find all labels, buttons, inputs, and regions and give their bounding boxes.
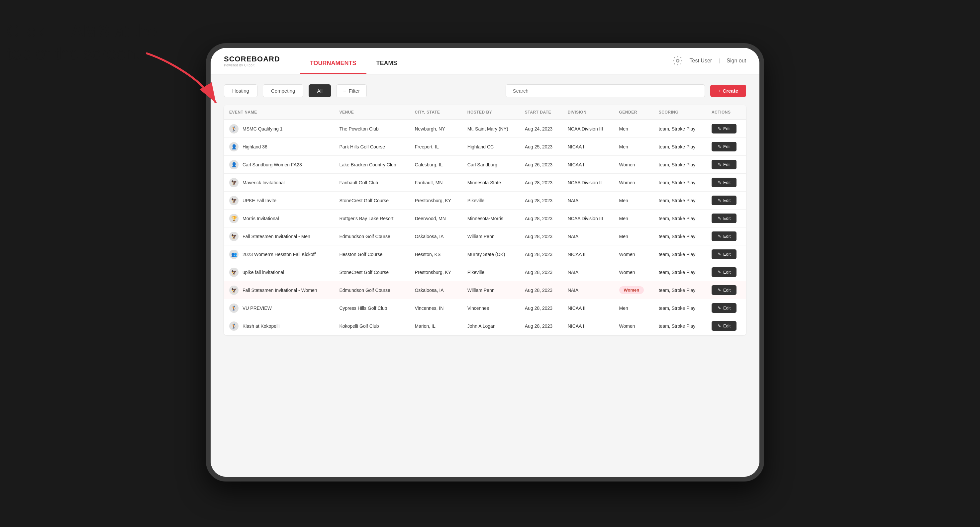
cell-city-state: Marion, IL [409,317,462,335]
col-gender: GENDER [614,105,654,119]
edit-button[interactable]: ✎ Edit [711,303,737,313]
cell-division: NICAA I [562,138,614,156]
cell-event-name: 👤 Highland 36 [224,138,334,156]
cell-event-name: 🦅 upike fall invitational [224,264,334,281]
cell-actions: ✎ Edit [706,317,746,335]
cell-venue: Edmundson Golf Course [334,227,409,245]
event-icon: 👤 [229,142,239,151]
tab-teams[interactable]: TEAMS [366,60,407,74]
col-division: DIVISION [562,105,614,119]
cell-city-state: Newburgh, NY [409,119,462,138]
cell-start-date: Aug 28, 2023 [520,210,562,227]
tablet-screen: SCOREBOARD Powered by Clippit TOURNAMENT… [211,48,759,477]
cell-hosted-by: John A Logan [462,317,520,335]
cell-division: NICAA II [562,299,614,317]
cell-hosted-by: Highland CC [462,138,520,156]
edit-icon: ✎ [718,144,721,149]
event-icon: 🏌 [229,321,239,331]
table-row: 👤 Highland 36 Park Hills Golf Course Fre… [224,138,746,156]
col-start-date: START DATE [520,105,562,119]
edit-button[interactable]: ✎ Edit [711,321,737,331]
edit-icon: ✎ [718,305,721,311]
cell-hosted-by: Carl Sandburg [462,156,520,174]
cell-hosted-by: William Penn [462,281,520,299]
col-scoring: SCORING [654,105,706,119]
all-filter-btn[interactable]: All [309,84,331,97]
table-row: 🦅 UPKE Fall Invite StoneCrest Golf Cours… [224,192,746,210]
edit-button[interactable]: ✎ Edit [711,285,737,295]
cell-venue: The Powelton Club [334,119,409,138]
event-icon: 🦅 [229,286,239,295]
cell-event-name: 🏆 Morris Invitational [224,210,334,227]
competing-filter-btn[interactable]: Competing [263,84,304,97]
cell-actions: ✎ Edit [706,227,746,245]
create-button[interactable]: + Create [710,85,746,97]
table-row: 🏌 MSMC Qualifying 1 The Powelton Club Ne… [224,119,746,138]
col-hosted-by: HOSTED BY [462,105,520,119]
cell-division: NCAA Division III [562,119,614,138]
logo-title: SCOREBOARD [224,55,280,63]
cell-actions: ✎ Edit [706,210,746,227]
nav-signout[interactable]: Sign out [727,58,746,64]
tablet-frame: SCOREBOARD Powered by Clippit TOURNAMENT… [206,43,764,481]
filter-toggle-btn[interactable]: ≡ Filter [336,84,367,97]
cell-scoring: team, Stroke Play [654,299,706,317]
event-icon: 🦅 [229,232,239,241]
cell-gender: Women [614,264,654,281]
cell-venue: Hesston Golf Course [334,245,409,264]
edit-button[interactable]: ✎ Edit [711,249,737,259]
cell-division: NCAA Division II [562,174,614,192]
cell-gender: Women [614,174,654,192]
cell-event-name: 👥 2023 Women's Hesston Fall Kickoff [224,245,334,264]
cell-scoring: team, Stroke Play [654,174,706,192]
event-icon: 🏆 [229,214,239,223]
event-icon: 👥 [229,250,239,259]
cell-venue: Kokopelli Golf Club [334,317,409,335]
edit-button[interactable]: ✎ Edit [711,232,737,241]
table-row: 🏌 Klash at Kokopelli Kokopelli Golf Club… [224,317,746,335]
edit-button[interactable]: ✎ Edit [711,178,737,187]
edit-icon: ✎ [718,234,721,239]
nav-bar: SCOREBOARD Powered by Clippit TOURNAMENT… [211,48,759,75]
cell-scoring: team, Stroke Play [654,227,706,245]
edit-icon: ✎ [718,252,721,257]
cell-city-state: Vincennes, IN [409,299,462,317]
cell-division: NAIA [562,192,614,210]
cell-actions: ✎ Edit [706,174,746,192]
cell-city-state: Prestonsburg, KY [409,264,462,281]
cell-scoring: team, Stroke Play [654,210,706,227]
edit-icon: ✎ [718,324,721,329]
cell-city-state: Oskaloosa, IA [409,227,462,245]
cell-gender: Men [614,210,654,227]
col-city-state: CITY, STATE [409,105,462,119]
cell-division: NCAA Division III [562,210,614,227]
edit-icon: ✎ [718,126,721,131]
cell-hosted-by: Mt. Saint Mary (NY) [462,119,520,138]
cell-hosted-by: Murray State (OK) [462,245,520,264]
table-row: 🏆 Morris Invitational Ruttger's Bay Lake… [224,210,746,227]
cell-city-state: Oskaloosa, IA [409,281,462,299]
cell-actions: ✎ Edit [706,299,746,317]
edit-button[interactable]: ✎ Edit [711,195,737,205]
cell-venue: Park Hills Golf Course [334,138,409,156]
cell-event-name: 🦅 Fall Statesmen Invitational - Women [224,281,334,299]
cell-division: NAIA [562,264,614,281]
cell-hosted-by: Pikeville [462,264,520,281]
cell-gender: Men [614,192,654,210]
cell-start-date: Aug 28, 2023 [520,281,562,299]
cell-venue: Cypress Hills Golf Club [334,299,409,317]
edit-button[interactable]: ✎ Edit [711,214,737,223]
cell-city-state: Prestonsburg, KY [409,192,462,210]
cell-gender: Men [614,119,654,138]
hosting-filter-btn[interactable]: Hosting [224,84,258,97]
edit-icon: ✎ [718,270,721,275]
cell-event-name: 👤 Carl Sandburg Women FA23 [224,156,334,174]
edit-button[interactable]: ✎ Edit [711,160,737,169]
tab-tournaments[interactable]: TOURNAMENTS [300,60,366,74]
edit-button[interactable]: ✎ Edit [711,142,737,151]
edit-button[interactable]: ✎ Edit [711,124,737,133]
edit-button[interactable]: ✎ Edit [711,267,737,277]
gender-badge: Women [619,286,644,294]
search-input[interactable] [506,84,705,97]
gear-icon[interactable] [672,56,683,66]
